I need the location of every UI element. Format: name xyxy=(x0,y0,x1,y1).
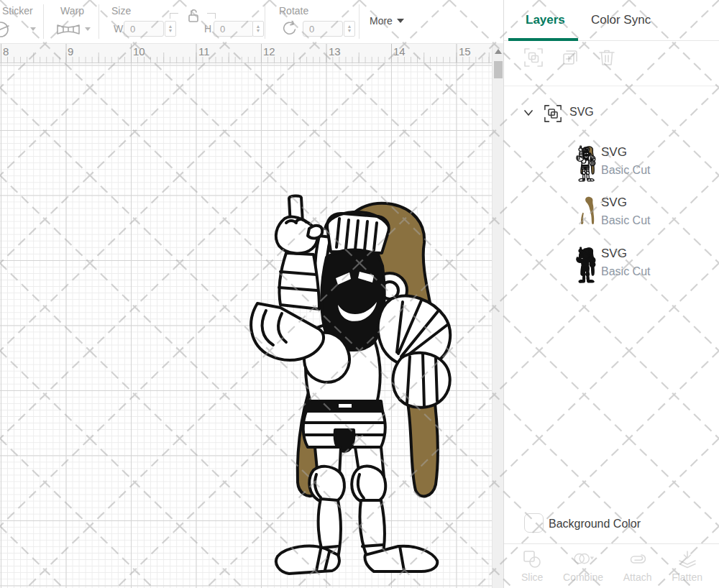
toolbar-divider xyxy=(265,4,265,39)
layer-group-label: SVG xyxy=(569,106,594,119)
layer-action-bar: Slice Combine Attach Flatten xyxy=(504,544,719,588)
duplicate-button[interactable] xyxy=(560,47,580,68)
layer-row-silhouette[interactable]: SVG Basic Cut xyxy=(504,242,719,290)
toolbar-divider xyxy=(43,4,44,39)
sticker-caret-icon[interactable] xyxy=(30,27,36,31)
layer-tools xyxy=(504,47,719,79)
lock-link-line xyxy=(207,13,216,19)
rotate-icon[interactable] xyxy=(281,20,298,37)
rotate-stepper[interactable]: ▲▼ xyxy=(344,21,355,37)
warp-section-label: Warp xyxy=(60,5,84,17)
tab-layers[interactable]: Layers xyxy=(526,13,565,27)
flatten-button[interactable]: Flatten xyxy=(672,544,702,588)
layer-thumbnail-outline xyxy=(576,145,597,184)
delete-button[interactable] xyxy=(597,47,617,68)
width-input[interactable] xyxy=(124,21,164,37)
panel-divider xyxy=(504,86,719,86)
design-canvas[interactable] xyxy=(0,63,492,588)
knight-mascot-artwork[interactable] xyxy=(244,191,475,588)
more-label: More xyxy=(370,15,393,27)
canvas-vertical-scrollbar[interactable] xyxy=(492,43,503,588)
tab-color-sync[interactable]: Color Sync xyxy=(591,13,651,27)
slice-button[interactable]: Slice xyxy=(521,544,543,588)
more-button[interactable]: More xyxy=(370,15,404,27)
chevron-down-icon[interactable] xyxy=(523,107,534,119)
group-button[interactable] xyxy=(523,47,544,68)
toolbar-divider xyxy=(99,4,99,39)
ruler-number: 15 xyxy=(459,45,471,58)
ruler-number: 9 xyxy=(68,45,73,58)
layer-thumbnail-tan xyxy=(576,196,597,234)
design-app-window: Sticker Warp Size W ▲▼ H ▲▼ Rotate ▲▼ xyxy=(0,0,719,588)
sticker-section-label: Sticker xyxy=(2,5,33,17)
height-input[interactable] xyxy=(214,21,254,37)
layer-title: SVG xyxy=(601,196,627,210)
flatten-icon xyxy=(677,550,698,569)
background-color-label: Background Color xyxy=(549,518,641,530)
layer-cut-type: Basic Cut xyxy=(601,164,650,177)
height-stepper[interactable]: ▲▼ xyxy=(252,21,264,37)
rotate-section-label: Rotate xyxy=(279,5,308,17)
layer-thumbnail-silhouette xyxy=(576,247,597,285)
attach-icon xyxy=(627,550,649,569)
combine-button[interactable]: Combine xyxy=(563,544,603,588)
sticker-icon[interactable] xyxy=(0,20,14,39)
combine-label: Combine xyxy=(563,571,603,583)
rotate-input[interactable] xyxy=(303,21,343,37)
size-section-label: Size xyxy=(111,5,131,17)
group-icon xyxy=(544,104,562,123)
warp-caret-icon[interactable] xyxy=(85,27,91,31)
active-tab-underline xyxy=(508,38,578,41)
more-caret-icon xyxy=(397,19,404,23)
ruler-number: 8 xyxy=(3,45,9,58)
flatten-label: Flatten xyxy=(672,571,702,583)
layer-row-tan[interactable]: SVG Basic Cut xyxy=(504,191,719,239)
layer-title: SVG xyxy=(601,145,627,160)
attach-label: Attach xyxy=(623,571,652,583)
layer-title: SVG xyxy=(601,247,627,261)
width-stepper[interactable]: ▲▼ xyxy=(165,21,176,37)
background-color-swatch[interactable] xyxy=(524,513,544,533)
ruler-number: 11 xyxy=(198,45,210,58)
height-label: H xyxy=(204,23,211,35)
slice-icon xyxy=(521,550,543,569)
ruler-number: 14 xyxy=(393,45,406,58)
attach-button[interactable]: Attach xyxy=(623,544,652,588)
width-label: W xyxy=(114,23,123,35)
layers-panel: Layers Color Sync xyxy=(503,0,719,588)
ruler-number: 10 xyxy=(133,45,145,58)
layer-cut-type: Basic Cut xyxy=(601,214,650,227)
warp-icon[interactable] xyxy=(55,21,82,38)
scroll-up-icon[interactable] xyxy=(495,49,502,54)
panel-tabbar: Layers Color Sync xyxy=(504,0,719,41)
ruler-number: 12 xyxy=(263,45,275,58)
layer-cut-type: Basic Cut xyxy=(601,265,650,278)
toolbar-divider xyxy=(359,4,360,39)
combine-icon xyxy=(572,550,594,569)
horizontal-ruler: 8 9 10 11 12 13 14 15 xyxy=(0,43,492,63)
slice-label: Slice xyxy=(521,571,543,583)
layer-row-outline[interactable]: SVG Basic Cut xyxy=(504,141,719,188)
aspect-lock-icon[interactable] xyxy=(181,8,206,24)
background-color-row: Background Color xyxy=(504,507,719,543)
layer-group-row[interactable]: SVG xyxy=(504,99,719,128)
lock-link-line xyxy=(170,13,178,19)
scrollbar-thumb[interactable] xyxy=(494,61,503,78)
ruler-number: 13 xyxy=(329,45,341,58)
